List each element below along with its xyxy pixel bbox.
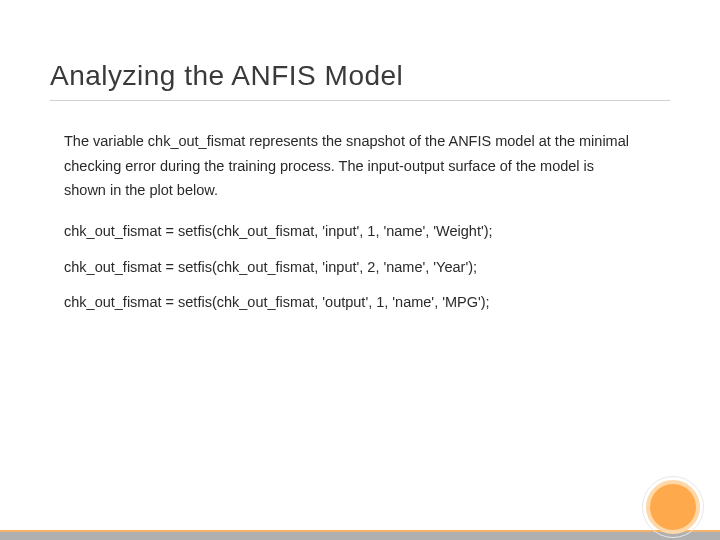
body-paragraph: The variable chk_out_fismat represents t…: [50, 129, 670, 203]
title-divider: [50, 100, 670, 101]
footer-bar: [0, 532, 720, 540]
code-line-1: chk_out_fismat = setfis(chk_out_fismat, …: [50, 221, 670, 243]
slide: Analyzing the ANFIS Model The variable c…: [0, 0, 720, 540]
code-line-3: chk_out_fismat = setfis(chk_out_fismat, …: [50, 292, 670, 314]
slide-title: Analyzing the ANFIS Model: [50, 60, 670, 92]
corner-circle-icon: [646, 480, 700, 534]
code-line-2: chk_out_fismat = setfis(chk_out_fismat, …: [50, 257, 670, 279]
